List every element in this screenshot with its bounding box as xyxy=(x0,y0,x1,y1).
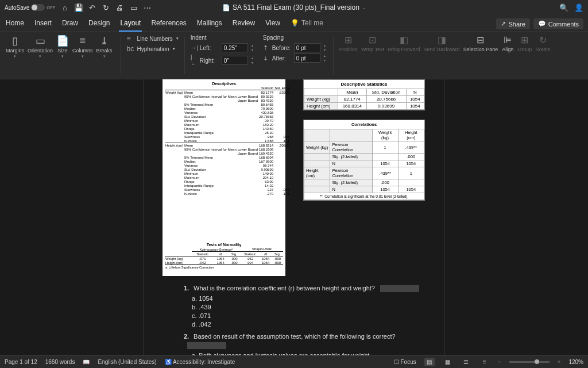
share-icon: ↗ xyxy=(501,20,506,28)
breaks-button[interactable]: ⤓Breaks▾ xyxy=(96,34,113,59)
line-numbers-icon: ≡ xyxy=(127,34,135,43)
align-button[interactable]: ⊫Align xyxy=(501,33,514,78)
size-button[interactable]: 📄Size▾ xyxy=(56,34,69,59)
rotate-icon: ↻ xyxy=(536,33,549,46)
tab-mailings[interactable]: Mailings xyxy=(196,16,223,32)
group-button: ⊞Group xyxy=(517,33,532,78)
focus-mode[interactable]: ☐ Focus xyxy=(394,359,416,365)
exam-questions: 1. What is the correlation coefficient (… xyxy=(184,284,436,355)
forward-icon: ◧ xyxy=(397,33,410,46)
question-2: 2. Based on result of the assumption tes… xyxy=(184,332,436,355)
document-icon xyxy=(222,3,230,12)
zoom-out[interactable]: − xyxy=(498,359,501,365)
account-icon[interactable]: 👤 xyxy=(574,3,583,12)
indent-left-stepper[interactable]: ▴▾ xyxy=(250,43,255,52)
answer-box-1[interactable] xyxy=(380,285,419,292)
tab-draw[interactable]: Draw xyxy=(61,16,79,32)
status-bar: Page 1 of 12 1660 words 📖 English (Unite… xyxy=(0,355,588,368)
template-icon[interactable]: ▭ xyxy=(129,3,138,12)
document-title[interactable]: SA 511 Final Exam (30 pts)_Final version… xyxy=(222,3,366,12)
indent-left-icon: →| xyxy=(191,44,198,51)
spacing-before-icon: ⇡ xyxy=(263,44,270,52)
group-icon: ⊞ xyxy=(519,33,531,46)
indent-left-input[interactable]: 0.25" xyxy=(222,43,248,52)
word-count[interactable]: 1660 words xyxy=(45,359,75,365)
comments-button[interactable]: 💬Comments xyxy=(533,18,583,29)
accessibility-status[interactable]: ♿ Accessibility: Investigate xyxy=(165,359,235,365)
zoom-level[interactable]: 120% xyxy=(568,359,583,365)
spacing-group: Spacing ⇡Before:0 pt▴▾ ⇣After:0 pt▴▾ xyxy=(263,34,327,78)
columns-icon: ≡ xyxy=(76,34,89,47)
indent-right-input[interactable]: 0" xyxy=(222,56,248,65)
indent-right-icon: |← xyxy=(191,53,198,67)
tab-home[interactable]: Home xyxy=(5,16,25,32)
indent-right-stepper[interactable]: ▴▾ xyxy=(250,56,255,65)
draft-view[interactable]: ≡ xyxy=(479,358,490,366)
breaks-icon: ⤓ xyxy=(98,34,111,47)
print-layout-view[interactable]: ▤ xyxy=(424,358,435,366)
home-icon[interactable]: ⌂ xyxy=(60,3,69,12)
size-icon: 📄 xyxy=(56,34,69,47)
margins-icon: ▯ xyxy=(9,34,21,47)
selection-pane-icon: ⊟ xyxy=(474,33,487,46)
print-icon[interactable]: 🖨 xyxy=(115,3,125,12)
hyphenation-button[interactable]: bcHyphenation▾ xyxy=(127,45,179,53)
spacing-after-icon: ⇣ xyxy=(263,55,270,62)
tell-me[interactable]: 💡Tell me xyxy=(289,16,324,32)
language-indicator[interactable]: English (United States) xyxy=(98,359,156,365)
zoom-in[interactable]: + xyxy=(558,359,561,365)
document-canvas[interactable]: Descriptives StatisticStd. ErrorWeight (… xyxy=(0,79,588,355)
margins-button[interactable]: ▯Margins▾ xyxy=(6,34,24,59)
descriptive-stats-table: Descriptive Statistics MeanStd. Deviatio… xyxy=(303,79,425,110)
position-icon: ⊞ xyxy=(342,33,355,46)
redo-icon[interactable]: ↻ xyxy=(102,3,111,12)
spacing-after-input[interactable]: 0 pt xyxy=(294,53,320,63)
backward-icon: ◨ xyxy=(435,33,448,46)
bring-forward-button: ◧Bring Forward xyxy=(388,33,420,78)
orientation-icon: ▭ xyxy=(34,34,47,47)
orientation-button[interactable]: ▭Orientation▾ xyxy=(28,34,53,59)
save-icon[interactable]: 💾 xyxy=(74,3,83,12)
share-button[interactable]: ↗Share xyxy=(496,18,529,29)
correlations-table: Correlations Weight (kg)Height (cm)Weigh… xyxy=(303,120,425,201)
tab-view[interactable]: View xyxy=(264,16,281,32)
page-indicator[interactable]: Page 1 of 12 xyxy=(5,359,37,365)
indent-group: Indent →|Left:0.25"▴▾ |←Right:0"▴▾ xyxy=(191,34,255,78)
zoom-slider[interactable] xyxy=(509,361,550,363)
columns-button[interactable]: ≡Columns▾ xyxy=(72,34,93,59)
spacing-before-stepper[interactable]: ▴▾ xyxy=(323,43,327,52)
tab-references[interactable]: References xyxy=(150,16,187,32)
send-backward-button: ◨Send Backward xyxy=(424,33,460,78)
tab-layout[interactable]: Layout xyxy=(119,16,142,32)
hyphenation-icon: bc xyxy=(127,45,135,53)
wrap-icon: ⊡ xyxy=(366,33,379,46)
tab-design[interactable]: Design xyxy=(87,16,111,32)
comment-icon: 💬 xyxy=(538,20,546,28)
position-button: ⊞Position xyxy=(339,33,358,78)
tab-review[interactable]: Review xyxy=(231,16,256,32)
autosave-toggle[interactable]: AutoSave OFF xyxy=(5,4,56,11)
line-numbers-button[interactable]: ≡Line Numbers▾ xyxy=(127,34,179,43)
title-bar: AutoSave OFF ⌂ 💾 ↶ ↻ 🖨 ▭ ⋯ SA 511 Final … xyxy=(0,0,588,15)
ribbon: ▯Margins▾ ▭Orientation▾ 📄Size▾ ≡Columns▾… xyxy=(0,32,588,79)
answer-box-2[interactable] xyxy=(187,342,226,349)
web-layout-view[interactable]: ▦ xyxy=(443,358,453,366)
undo-icon[interactable]: ↶ xyxy=(88,3,97,12)
selection-pane-button[interactable]: ⊟Selection Pane xyxy=(463,33,498,78)
ribbon-tabs: Home Insert Draw Design Layout Reference… xyxy=(0,15,588,32)
outline-view[interactable]: ☰ xyxy=(461,358,471,366)
align-icon: ⊫ xyxy=(501,33,514,46)
tab-insert[interactable]: Insert xyxy=(33,16,53,32)
spacing-after-stepper[interactable]: ▴▾ xyxy=(323,53,327,63)
more-icon[interactable]: ⋯ xyxy=(143,3,152,12)
rotate-button: ↻Rotate xyxy=(535,33,551,78)
wrap-text-button: ⊡Wrap Text xyxy=(361,33,384,78)
search-icon[interactable]: 🔍 xyxy=(559,3,568,12)
spellcheck-icon[interactable]: 📖 xyxy=(83,359,90,365)
lightbulb-icon: 💡 xyxy=(291,19,299,27)
normality-table: Tests of Normality Kolmogorov-SmirnovᵃSh… xyxy=(163,239,285,275)
question-1: 1. What is the correlation coefficient (… xyxy=(184,284,436,329)
spacing-before-input[interactable]: 0 pt xyxy=(294,43,320,52)
